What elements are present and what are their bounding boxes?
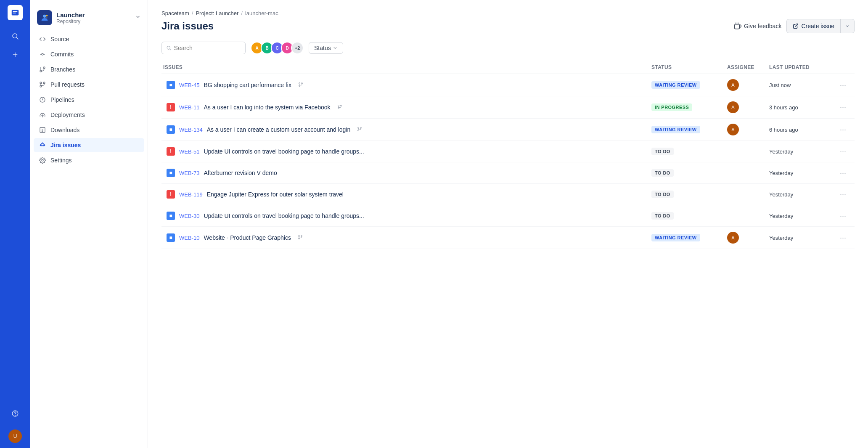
svg-point-46 [301,236,302,237]
more-button[interactable]: ··· [836,124,849,135]
table-row[interactable]: ■ WEB-30 Update UI controls on travel bo… [161,205,855,227]
sidebar-nav: Source Commits Branches Pull requests Pi… [30,32,148,168]
assignee-avatar: A [727,79,739,91]
help-icon[interactable] [8,406,23,421]
issue-assignee-cell: A [722,96,764,119]
issue-type-icon: ■ [167,81,175,89]
sidebar-item-deployments[interactable]: Deployments [34,108,144,122]
issue-status-cell: IN PROGRESS [646,96,722,119]
svg-point-34 [301,83,302,84]
table-row[interactable]: ■ WEB-134 As a user I can create a custo… [161,119,855,141]
svg-point-17 [43,82,45,84]
sidebar-item-branches-label: Branches [50,66,75,73]
more-button[interactable]: ··· [836,146,849,157]
sidebar-item-pipelines[interactable]: Pipelines [34,93,144,107]
sidebar-repo-header[interactable]: Launcher Repository [30,7,148,32]
issue-cell: ■ WEB-10 Website - Product Page Graphics [161,227,646,249]
svg-point-9 [42,53,43,55]
table-row[interactable]: ■ WEB-73 Afterburner revision V demo TO … [161,162,855,184]
breadcrumb-spaceteam[interactable]: Spaceteam [161,10,189,16]
repo-name: Launcher [56,11,131,19]
status-badge: WAITING REVIEW [651,234,700,241]
app-logo[interactable] [8,5,23,20]
svg-point-14 [40,70,42,72]
assignee-filter[interactable]: A B C D +2 [251,42,304,54]
more-button[interactable]: ··· [836,232,849,243]
search-input[interactable] [174,45,241,51]
svg-line-31 [170,49,171,50]
more-button[interactable]: ··· [836,189,849,200]
search-icon[interactable] [8,29,23,44]
sidebar-item-downloads[interactable]: Downloads [34,123,144,137]
issue-updated-cell: Yesterday [764,141,831,162]
repo-sub: Repository [56,19,131,24]
col-assignee: Assignee [722,61,764,74]
issue-assignee-cell [722,162,764,184]
svg-point-7 [43,15,46,18]
last-updated: Just now [769,82,791,88]
sidebar-item-commits[interactable]: Commits [34,47,144,61]
more-button[interactable]: ··· [836,167,849,178]
sidebar-item-pull-requests[interactable]: Pull requests [34,77,144,92]
more-button[interactable]: ··· [836,102,849,113]
more-button[interactable]: ··· [836,210,849,221]
last-updated: Yesterday [769,191,793,198]
user-avatar[interactable]: U [8,429,22,443]
last-updated: Yesterday [769,148,793,155]
status-filter[interactable]: Status [309,42,343,54]
issue-type-icon: ! [167,103,175,111]
status-badge: TO DO [651,148,674,155]
issue-title: Update UI controls on travel booking pag… [204,212,364,219]
issue-title: As a user I can log into the system via … [204,104,330,111]
breadcrumb-project[interactable]: Project: Launcher [196,10,238,16]
issue-id: WEB-51 [179,148,199,155]
issue-id: WEB-119 [179,191,203,198]
give-feedback-label: Give feedback [744,23,782,29]
issue-actions-cell: ··· [831,162,855,184]
sidebar-item-pull-requests-label: Pull requests [50,81,85,88]
status-badge: WAITING REVIEW [651,126,700,133]
sidebar-item-settings[interactable]: Settings [34,153,144,167]
issue-title: BG shopping cart performance fix [204,82,291,88]
svg-point-45 [298,236,299,237]
table-row[interactable]: ! WEB-119 Engage Jupiter Express for out… [161,184,855,205]
assignee-avatar: A [727,232,739,244]
issue-status-cell: WAITING REVIEW [646,74,722,96]
issue-assignee-cell [722,141,764,162]
issue-type-icon: ■ [167,169,175,177]
create-issue-main[interactable]: Create issue [787,19,841,33]
table-row[interactable]: ■ WEB-10 Website - Product Page Graphics… [161,227,855,249]
issue-type-icon: ! [167,190,175,199]
status-filter-label: Status [314,45,331,51]
table-row[interactable]: ■ WEB-45 BG shopping cart performance fi… [161,74,855,96]
issue-type-icon: ! [167,147,175,156]
sidebar-item-jira-issues[interactable]: Jira issues [34,138,144,152]
issue-cell: ■ WEB-45 BG shopping cart performance fi… [161,74,646,96]
sidebar-item-branches[interactable]: Branches [34,62,144,77]
give-feedback-button[interactable]: Give feedback [734,22,782,30]
issue-actions-cell: ··· [831,74,855,96]
issue-type-icon: ■ [167,125,175,134]
create-issue-button[interactable]: Create issue [786,19,855,33]
svg-point-41 [358,127,359,129]
sidebar-item-source[interactable]: Source [34,32,144,46]
create-issue-dropdown-arrow[interactable] [841,20,854,32]
avatar-count[interactable]: +2 [291,42,304,54]
table-row[interactable]: ! WEB-51 Update UI controls on travel bo… [161,141,855,162]
last-updated: Yesterday [769,213,793,219]
sidebar: Launcher Repository Source Commits Branc… [30,0,148,448]
issue-status-cell: TO DO [646,205,722,227]
issue-updated-cell: Yesterday [764,205,831,227]
search-box[interactable] [161,42,246,54]
col-status: Status [646,61,722,74]
add-icon[interactable] [8,47,23,62]
issue-cell: ■ WEB-134 As a user I can create a custo… [161,119,646,141]
issue-cell: ! WEB-51 Update UI controls on travel bo… [161,141,646,162]
table-row[interactable]: ! WEB-11 As a user I can log into the sy… [161,96,855,119]
issue-assignee-cell: A [722,119,764,141]
col-issues: Issues [161,61,646,74]
issue-updated-cell: Just now [764,74,831,96]
more-button[interactable]: ··· [836,80,849,90]
col-last-updated: Last updated [764,61,831,74]
issue-updated-cell: Yesterday [764,184,831,205]
